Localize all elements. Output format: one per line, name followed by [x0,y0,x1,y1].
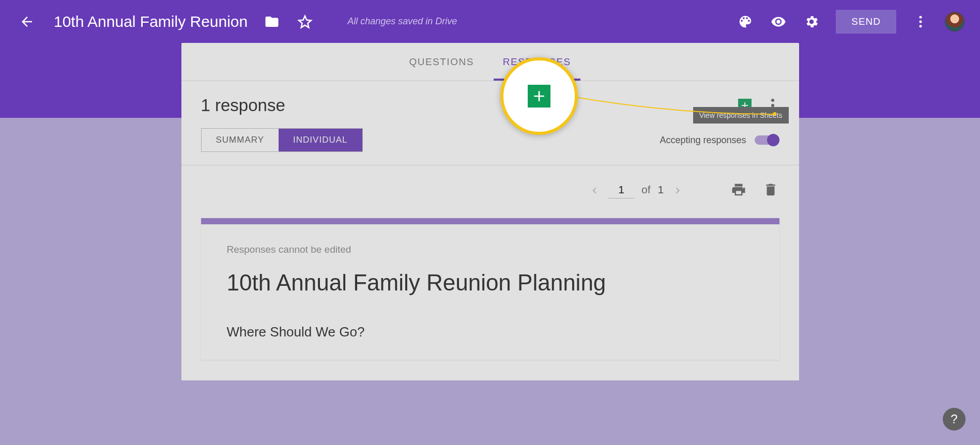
response-content: Responses cannot be edited 10th Annual F… [201,218,779,360]
back-arrow-icon[interactable] [18,13,36,30]
response-count: 1 response [201,96,285,115]
header-right: SEND [737,10,964,34]
header-bar: 10th Annual Family Reunion All changes s… [0,0,980,43]
user-avatar[interactable] [945,12,964,32]
pager-next-icon[interactable]: › [671,181,684,198]
more-menu-icon[interactable] [912,13,929,30]
preview-eye-icon[interactable] [770,13,787,30]
view-segmented-control: SUMMARY INDIVIDUAL [201,128,363,152]
palette-icon[interactable] [737,13,754,30]
main-panel: QUESTIONS RESPONSES 1 response View resp… [181,43,799,380]
tabs-row: QUESTIONS RESPONSES [181,43,799,81]
print-icon[interactable] [730,181,747,198]
accepting-responses-row: Accepting responses [660,135,779,146]
folder-icon[interactable] [263,13,281,30]
svg-point-0 [920,16,922,18]
star-icon[interactable] [296,13,314,30]
svg-point-2 [920,25,922,27]
settings-gear-icon[interactable] [803,13,820,30]
noedit-notice: Responses cannot be edited [227,244,754,255]
form-title[interactable]: 10th Annual Family Reunion [54,13,248,30]
responses-header-card: 1 response View responses in Sheets SUMM… [181,81,799,165]
response-pager: ‹ of 1 › [588,181,684,198]
svg-point-3 [773,112,776,115]
send-button[interactable]: SEND [836,10,896,34]
segment-individual[interactable]: INDIVIDUAL [279,129,362,151]
question-title: Where Should We Go? [227,324,754,340]
sheets-icon [528,85,550,108]
accepting-responses-toggle[interactable] [755,135,779,145]
header-left: 10th Annual Family Reunion All changes s… [18,13,457,30]
annotation-highlight-circle [500,57,578,135]
pager-current-input[interactable] [608,181,634,198]
annotation-pointer-line [574,96,776,115]
tab-questions[interactable]: QUESTIONS [394,43,488,81]
segment-summary[interactable]: SUMMARY [202,129,279,151]
pager-prev-icon[interactable]: ‹ [588,181,601,198]
delete-icon[interactable] [762,181,779,198]
save-status: All changes saved in Drive [347,16,457,27]
response-form-title: 10th Annual Family Reunion Planning [227,270,754,296]
svg-point-1 [920,20,922,23]
response-body-card: ‹ of 1 › Responses cannot be edited 10th… [181,165,799,380]
pager-total: 1 [657,183,664,196]
accepting-responses-label: Accepting responses [660,135,746,146]
pager-of-label: of [641,183,651,196]
